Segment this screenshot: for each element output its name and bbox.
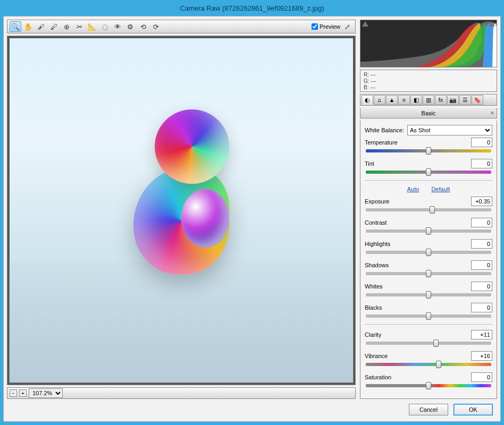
temperature-slider: Temperature bbox=[365, 138, 492, 152]
basic-panel: White Balance: As Shot Temperature Tint … bbox=[360, 121, 497, 399]
highlights-thumb[interactable] bbox=[426, 249, 431, 256]
main-area: 🔍 ✋ 🖋 🖊 ⊕ ✂ 📐 ◌ 👁 ⚙ ⟲ ⟳ Preview bbox=[7, 20, 497, 399]
whites-thumb[interactable] bbox=[426, 291, 431, 299]
tab-calibration[interactable]: 📷 bbox=[447, 95, 459, 105]
tint-track[interactable] bbox=[366, 171, 491, 174]
titlebar: Camera Raw (8726262861_9ef0921689_z.jpg) bbox=[0, 0, 504, 16]
highlights-track[interactable] bbox=[366, 251, 491, 254]
whites-track[interactable] bbox=[366, 293, 491, 296]
clarity-value-input[interactable] bbox=[471, 330, 492, 339]
highlights-slider: Highlights bbox=[365, 239, 492, 254]
temperature-track[interactable] bbox=[366, 149, 491, 152]
left-column: 🔍 ✋ 🖋 🖊 ⊕ ✂ 📐 ◌ 👁 ⚙ ⟲ ⟳ Preview bbox=[7, 20, 356, 399]
shadows-track[interactable] bbox=[366, 272, 491, 275]
auto-default-links: Auto Default bbox=[365, 186, 492, 192]
tab-split[interactable]: ◧ bbox=[410, 95, 422, 105]
whites-value-input[interactable] bbox=[471, 282, 492, 291]
zoom-out-button[interactable]: − bbox=[10, 389, 17, 397]
shadow-clip-icon[interactable] bbox=[362, 21, 368, 27]
tab-fx[interactable]: fx bbox=[435, 95, 447, 105]
tab-curve[interactable]: ⩍ bbox=[374, 95, 385, 105]
contrast-value-input[interactable] bbox=[471, 218, 492, 227]
wb-label: White Balance: bbox=[365, 127, 404, 133]
wb-eyedropper-icon[interactable]: 🖋 bbox=[35, 21, 47, 32]
preview-checkbox[interactable]: Preview bbox=[312, 23, 340, 30]
camera-raw-window: Camera Raw (8726262861_9ef0921689_z.jpg)… bbox=[0, 0, 504, 425]
saturation-value-input[interactable] bbox=[471, 372, 492, 382]
preview-checkbox-input[interactable] bbox=[312, 23, 318, 30]
rotate-cw-icon[interactable]: ⟳ bbox=[150, 21, 162, 32]
vibrance-slider: Vibrance bbox=[365, 351, 492, 366]
tint-slider: Tint bbox=[365, 159, 492, 174]
exposure-label: Exposure bbox=[365, 198, 389, 205]
color-sampler-icon[interactable]: 🖊 bbox=[48, 21, 60, 32]
highlights-label: Highlights bbox=[365, 241, 390, 247]
exposure-slider: Exposure bbox=[365, 197, 492, 211]
redeye-tool-icon[interactable]: 👁 bbox=[112, 21, 123, 32]
clarity-track[interactable] bbox=[366, 342, 491, 345]
exposure-track[interactable] bbox=[366, 208, 491, 211]
blacks-thumb[interactable] bbox=[426, 312, 431, 320]
wb-select[interactable]: As Shot bbox=[407, 125, 492, 135]
temperature-thumb[interactable] bbox=[426, 147, 431, 155]
vibrance-track[interactable] bbox=[366, 363, 491, 366]
histogram[interactable] bbox=[360, 20, 497, 67]
straighten-tool-icon[interactable]: 📐 bbox=[86, 21, 98, 32]
highlights-value-input[interactable] bbox=[471, 239, 492, 249]
image-preview[interactable] bbox=[7, 36, 356, 385]
panel-title: Basic bbox=[422, 110, 436, 116]
vibrance-label: Vibrance bbox=[365, 353, 388, 359]
temperature-value-input[interactable] bbox=[471, 138, 492, 147]
tab-basic[interactable]: ◐ bbox=[362, 95, 373, 105]
vibrance-value-input[interactable] bbox=[471, 351, 492, 361]
blacks-value-input[interactable] bbox=[471, 303, 492, 312]
fullscreen-toggle-icon[interactable]: ⤢ bbox=[341, 21, 353, 32]
auto-link[interactable]: Auto bbox=[407, 186, 419, 192]
exposure-thumb[interactable] bbox=[430, 206, 435, 214]
contrast-label: Contrast bbox=[365, 219, 387, 226]
highlight-clip-icon[interactable] bbox=[489, 21, 495, 27]
zoom-in-button[interactable]: + bbox=[19, 389, 27, 397]
tint-thumb[interactable] bbox=[426, 168, 431, 176]
ok-button[interactable]: OK bbox=[453, 404, 493, 415]
prefs-icon[interactable]: ⚙ bbox=[124, 21, 136, 32]
saturation-label: Saturation bbox=[365, 374, 391, 380]
tint-label: Tint bbox=[365, 160, 374, 167]
tint-value-input[interactable] bbox=[471, 159, 492, 168]
panel-title-bar: Basic ≡ bbox=[360, 108, 497, 118]
tool-toolbar: 🔍 ✋ 🖋 🖊 ⊕ ✂ 📐 ◌ 👁 ⚙ ⟲ ⟳ Preview bbox=[7, 20, 356, 33]
tab-lens[interactable]: ▥ bbox=[423, 95, 434, 105]
hand-tool-icon[interactable]: ✋ bbox=[22, 21, 34, 32]
shadows-value-input[interactable] bbox=[471, 260, 492, 270]
contrast-track[interactable] bbox=[366, 230, 491, 233]
tab-snapshots[interactable]: 🔖 bbox=[472, 95, 483, 105]
targeted-adjust-icon[interactable]: ⊕ bbox=[61, 21, 72, 32]
rgb-b: B: --- bbox=[364, 84, 396, 91]
clarity-thumb[interactable] bbox=[433, 339, 439, 347]
spot-removal-icon[interactable]: ◌ bbox=[99, 21, 111, 32]
blacks-track[interactable] bbox=[366, 314, 491, 318]
saturation-thumb[interactable] bbox=[426, 382, 431, 389]
default-link[interactable]: Default bbox=[431, 186, 450, 192]
rgb-r: R: --- bbox=[364, 72, 396, 78]
exposure-value-input[interactable] bbox=[471, 197, 492, 206]
vibrance-thumb[interactable] bbox=[436, 361, 441, 368]
white-balance-row: White Balance: As Shot bbox=[365, 125, 492, 135]
clarity-slider: Clarity bbox=[365, 330, 492, 345]
tab-hsl[interactable]: ≡ bbox=[398, 95, 410, 105]
contrast-thumb[interactable] bbox=[426, 227, 431, 235]
tab-detail[interactable]: ▲ bbox=[386, 95, 398, 105]
panel-menu-icon[interactable]: ≡ bbox=[491, 110, 494, 116]
saturation-track[interactable] bbox=[366, 384, 491, 387]
cancel-button[interactable]: Cancel bbox=[409, 404, 448, 415]
dialog-footer: Cancel OK bbox=[7, 401, 497, 418]
contrast-slider: Contrast bbox=[365, 218, 492, 233]
zoom-tool-icon[interactable]: 🔍 bbox=[10, 21, 21, 32]
shadows-thumb[interactable] bbox=[426, 270, 431, 277]
tab-presets[interactable]: ☰ bbox=[459, 95, 471, 105]
zoom-select[interactable]: 107.2% bbox=[29, 388, 63, 398]
crop-tool-icon[interactable]: ✂ bbox=[73, 21, 85, 32]
clarity-label: Clarity bbox=[365, 332, 381, 338]
whites-label: Whites bbox=[365, 283, 383, 290]
rotate-ccw-icon[interactable]: ⟲ bbox=[137, 21, 149, 32]
